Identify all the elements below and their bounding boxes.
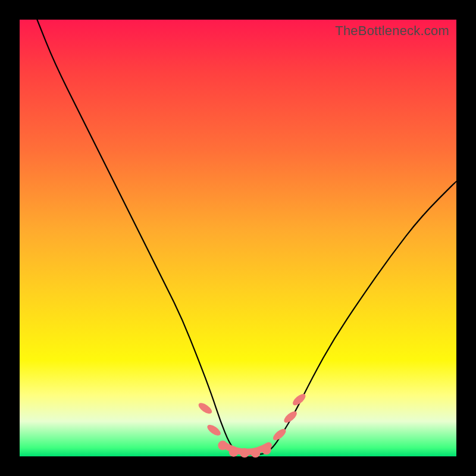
bottleneck-curve	[37, 20, 456, 454]
chart-frame: TheBottleneck.com	[0, 0, 476, 476]
curve-layer	[20, 20, 456, 456]
curve-marker-4	[240, 448, 249, 458]
curve-marker-1	[206, 423, 223, 438]
plot-area: TheBottleneck.com	[20, 20, 456, 456]
curve-marker-2	[218, 441, 227, 450]
curve-marker-0	[197, 401, 214, 416]
curve-marker-5	[250, 448, 260, 458]
curve-marker-8	[282, 409, 299, 425]
curve-marker-3	[229, 447, 239, 457]
curve-marker-6	[262, 445, 271, 455]
